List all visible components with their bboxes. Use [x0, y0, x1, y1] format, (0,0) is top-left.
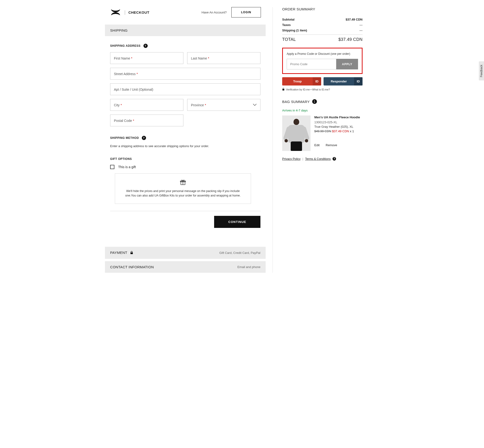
idme-verify-text: Verification by ID.me • What is ID.me?: [282, 88, 362, 91]
continue-button[interactable]: CONTINUE: [214, 216, 260, 228]
divider: [110, 211, 260, 211]
gift-info-panel: We'll hide the prices and print your per…: [115, 173, 251, 204]
apt-field[interactable]: [110, 83, 260, 95]
header-divider: |: [124, 10, 125, 15]
bag-summary-title: BAG SUMMARY 1: [282, 99, 362, 104]
product-name: Men's UA Hustle Fleece Hoodie: [314, 115, 362, 119]
province-select[interactable]: [187, 99, 260, 111]
divider: [282, 34, 362, 35]
shipping-address-heading: SHIPPING ADDRESS ?: [110, 44, 260, 48]
gift-options-heading: GIFT OPTIONS: [110, 157, 260, 160]
privacy-policy-link[interactable]: Privacy Policy: [282, 157, 301, 160]
terms-link[interactable]: Terms & Conditions: [305, 157, 331, 160]
product-price: $49.99 CDN $37.49 CDN x 1: [314, 129, 362, 133]
first-name-field[interactable]: [110, 52, 183, 64]
last-name-field[interactable]: [187, 52, 260, 64]
gift-icon: [180, 182, 186, 186]
product-thumbnail[interactable]: [282, 115, 311, 151]
idme-troop-button[interactable]: Troop ID: [282, 77, 321, 86]
city-field[interactable]: [110, 99, 183, 111]
product-color: True Gray Heather (025), XL: [314, 125, 362, 128]
page-title: CHECKOUT: [128, 10, 149, 14]
checkout-header: | CHECKOUT Have An Account? LOGIN: [105, 7, 266, 22]
contact-hint: Email and phone: [237, 265, 260, 269]
help-icon[interactable]: ?: [142, 136, 146, 140]
id-icon: ID: [354, 77, 362, 86]
arrival-estimate: Arrives in 4-7 days: [282, 109, 362, 112]
gift-checkbox-label: This is a gift: [118, 165, 136, 169]
shipping-method-heading: SHIPPING METHOD ?: [110, 136, 260, 140]
lock-icon: [282, 88, 285, 91]
login-button[interactable]: LOGIN: [231, 7, 261, 17]
payment-hint: Gift Card, Credit Card, PayPal: [219, 251, 260, 255]
svg-rect-3: [131, 252, 133, 254]
have-account-text: Have An Account?: [202, 11, 227, 14]
promo-code-panel: Apply a Promo Code or Discount (one per …: [282, 48, 362, 74]
bag-item: Men's UA Hustle Fleece Hoodie 1300123-02…: [282, 115, 362, 151]
brand-logo[interactable]: [110, 9, 122, 16]
promo-heading: Apply a Promo Code or Discount (one per …: [287, 52, 358, 56]
gift-checkbox-row[interactable]: This is a gift: [110, 165, 260, 169]
gift-panel-text: We'll hide the prices and print your per…: [122, 189, 244, 198]
shipping-section-heading: SHIPPING: [105, 24, 266, 36]
remove-item-link[interactable]: Remove: [326, 143, 337, 147]
product-sku: 1300123-025-XL: [314, 120, 362, 124]
idme-responder-button[interactable]: Responder ID: [324, 77, 362, 86]
apply-promo-button[interactable]: APPLY: [336, 59, 358, 69]
id-icon: ID: [313, 77, 321, 86]
feedback-tab[interactable]: Feedback: [479, 61, 484, 80]
summary-row-taxes: Taxes —: [282, 23, 362, 27]
shipping-method-note: Enter a shipping address to see accurate…: [110, 144, 260, 148]
postal-code-field[interactable]: [110, 114, 183, 126]
bag-count-badge: 1: [312, 99, 317, 104]
svg-rect-4: [282, 89, 284, 90]
policy-links: Privacy Policy | Terms & Conditions ?: [282, 157, 362, 160]
summary-row-subtotal: Subtotal $37.49 CDN: [282, 18, 362, 21]
help-icon[interactable]: ?: [333, 157, 336, 160]
lock-icon: [130, 251, 133, 255]
summary-row-shipping: Shipping (1 item) —: [282, 29, 362, 32]
checkbox-icon[interactable]: [110, 165, 114, 169]
summary-row-total: TOTAL $37.49 CDN: [282, 37, 362, 42]
promo-code-input[interactable]: [287, 59, 336, 69]
order-summary-title: ORDER SUMMARY: [282, 7, 362, 11]
contact-section-heading[interactable]: CONTACT INFORMATION Email and phone: [105, 261, 266, 273]
street-address-field[interactable]: [110, 68, 260, 80]
help-icon[interactable]: ?: [143, 44, 148, 48]
edit-item-link[interactable]: Edit: [314, 143, 320, 147]
payment-section-heading[interactable]: PAYMENT Gift Card, Credit Card, PayPal: [105, 247, 266, 259]
